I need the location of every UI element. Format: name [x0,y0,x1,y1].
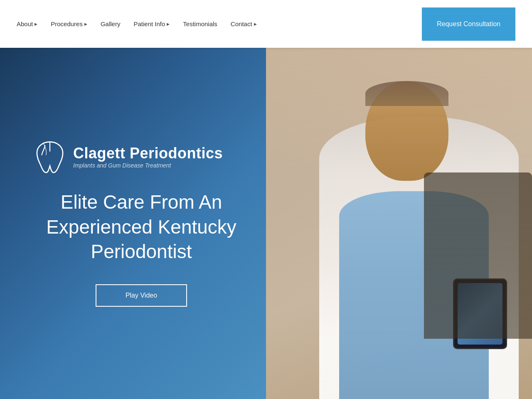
nav-arrow-icon: ▶ [167,22,170,26]
request-consultation-button[interactable]: Request Consultation [422,7,515,41]
hero-headline: Elite Care From An Experienced Kentucky … [33,190,249,264]
logo-area: Clagett Periodontics Implants and Gum Di… [33,140,249,173]
hero-bg-right [266,48,532,399]
hero-content: Clagett Periodontics Implants and Gum Di… [0,140,266,307]
nav-arrow-icon: ▶ [254,22,257,26]
logo-icon [33,140,66,173]
nav-link-contact[interactable]: Contact▶ [231,20,257,27]
doctor-hair [365,81,448,106]
nav-link-gallery[interactable]: Gallery [101,20,121,27]
nav-links: About▶Procedures▶GalleryPatient Info▶Tes… [17,20,422,27]
play-video-button[interactable]: Play Video [96,284,187,307]
nav-link-about[interactable]: About▶ [17,20,37,27]
chair-back [424,172,532,339]
doctor-face [365,81,448,181]
navbar: About▶Procedures▶GalleryPatient Info▶Tes… [0,0,532,48]
logo-text-group: Clagett Periodontics Implants and Gum Di… [73,145,223,169]
nav-link-procedures[interactable]: Procedures▶ [51,20,87,27]
nav-link-patient-info[interactable]: Patient Info▶ [133,20,170,27]
hero-section: Clagett Periodontics Implants and Gum Di… [0,48,532,399]
nav-arrow-icon: ▶ [34,22,37,26]
nav-arrow-icon: ▶ [84,22,87,26]
nav-link-testimonials[interactable]: Testimonials [183,20,217,27]
logo-tagline: Implants and Gum Disease Treatment [73,162,223,169]
logo-name: Clagett Periodontics [73,145,223,162]
